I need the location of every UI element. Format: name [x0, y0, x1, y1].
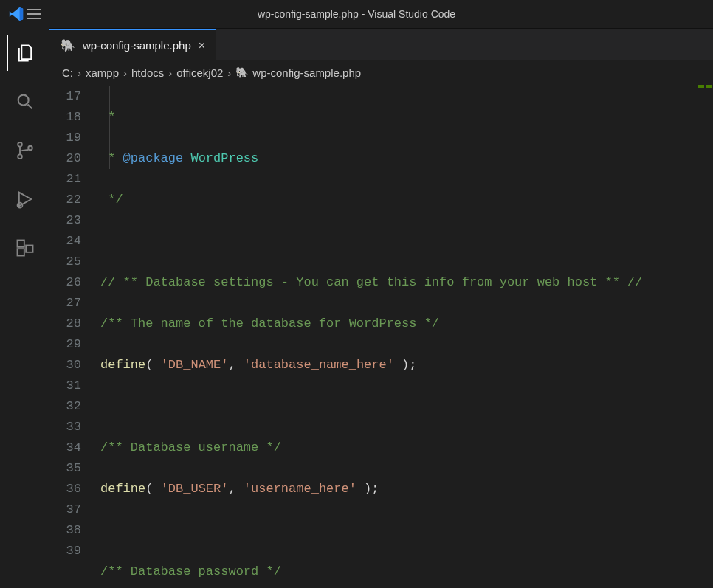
svg-rect-7	[26, 246, 32, 252]
activity-extensions[interactable]	[7, 230, 42, 266]
activity-explorer[interactable]	[7, 35, 42, 71]
editor-tabs: 🐘 wp-config-sample.php ×	[49, 29, 713, 61]
svg-point-2	[18, 154, 22, 159]
breadcrumb-item[interactable]: htdocs	[131, 66, 164, 79]
tab-close-button[interactable]: ×	[199, 39, 205, 52]
files-icon	[15, 43, 35, 63]
svg-point-1	[18, 142, 22, 147]
chevron-right-icon: ›	[168, 66, 172, 79]
breadcrumb-root[interactable]: C:	[62, 66, 73, 79]
title-bar: wp-config-sample.php - Visual Studio Cod…	[0, 0, 713, 28]
chevron-right-icon: ›	[78, 66, 81, 79]
window-title: wp-config-sample.php - Visual Studio Cod…	[53, 8, 660, 20]
tab-wp-config-sample[interactable]: 🐘 wp-config-sample.php ×	[49, 29, 216, 60]
breadcrumb-file[interactable]: 🐘 wp-config-sample.php	[235, 66, 361, 79]
overview-ruler[interactable]	[701, 83, 713, 588]
php-file-icon: 🐘	[235, 66, 248, 78]
tab-label: wp-config-sample.php	[83, 39, 191, 52]
activity-search[interactable]	[7, 84, 42, 120]
breadcrumb-item[interactable]: officekj02	[176, 66, 223, 79]
source-control-icon	[15, 140, 35, 161]
breadcrumb: C: › xampp › htdocs › officekj02 › 🐘 wp-…	[49, 61, 713, 83]
activity-debug[interactable]	[7, 181, 42, 217]
php-file-icon: 🐘	[61, 38, 75, 52]
run-debug-icon	[15, 189, 35, 210]
svg-point-3	[28, 146, 32, 151]
activity-bar	[0, 28, 49, 588]
search-icon	[15, 91, 35, 112]
line-number-gutter: 17 18 19 20 21 22 23 24 25 26 27 28 29 3…	[49, 83, 100, 588]
chevron-right-icon: ›	[227, 66, 231, 79]
code-content[interactable]: * * @package WordPress */ // ** Database…	[100, 83, 713, 588]
svg-point-0	[18, 95, 29, 106]
vscode-logo-icon	[6, 6, 27, 22]
code-editor[interactable]: 17 18 19 20 21 22 23 24 25 26 27 28 29 3…	[49, 83, 713, 588]
svg-rect-5	[18, 241, 24, 247]
chevron-right-icon: ›	[123, 66, 127, 79]
app-menu-button[interactable]	[27, 9, 53, 19]
breadcrumb-item[interactable]: xampp	[86, 66, 119, 79]
extensions-icon	[15, 238, 35, 258]
svg-rect-6	[18, 249, 24, 255]
activity-scm[interactable]	[7, 133, 42, 168]
